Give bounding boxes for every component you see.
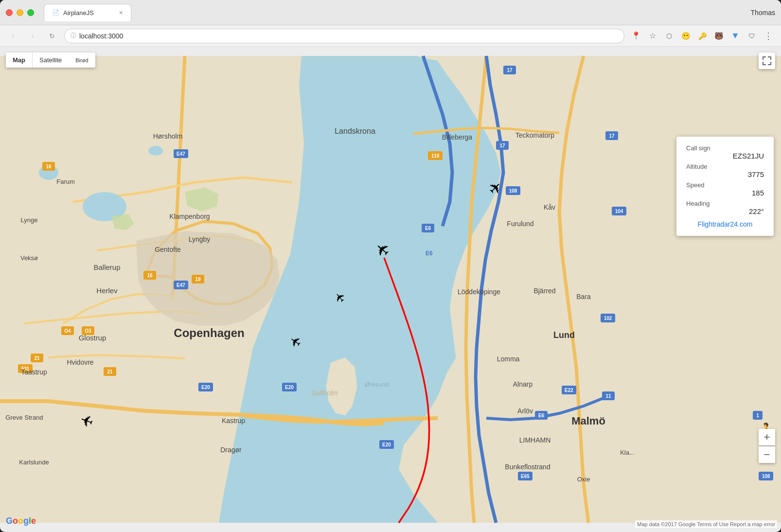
map-type-map-button[interactable]: Map xyxy=(6,53,32,68)
svg-text:Bunkeflostrand: Bunkeflostrand xyxy=(505,463,550,471)
svg-text:Klampenborg: Klampenborg xyxy=(169,213,210,220)
zoom-out-button[interactable]: − xyxy=(759,446,775,463)
nav-actions: 📍 ☆ ⬡ 😶 🔑 🐻 ▼ 🛡 ⋮ xyxy=(629,29,775,43)
svg-text:Karlslunde: Karlslunde xyxy=(19,459,49,466)
tab-close-button[interactable]: × xyxy=(119,9,123,17)
svg-text:Ballerup: Ballerup xyxy=(93,263,120,271)
traffic-lights xyxy=(6,9,34,16)
svg-text:O4: O4 xyxy=(64,328,71,334)
svg-text:E6: E6 xyxy=(425,226,431,231)
google-g: G xyxy=(6,516,13,526)
emoji-icon[interactable]: 😶 xyxy=(679,29,692,43)
svg-text:Bjärred: Bjärred xyxy=(533,287,555,295)
password-icon[interactable]: 🔑 xyxy=(695,29,709,43)
reload-button[interactable]: ↻ xyxy=(45,29,59,43)
bookmark-icon[interactable]: ☆ xyxy=(646,29,659,43)
svg-text:108: 108 xyxy=(762,474,770,479)
google-logo: Google xyxy=(6,516,36,526)
back-icon: ‹ xyxy=(12,32,14,40)
url-text: localhost:3000 xyxy=(79,32,618,40)
tab-icon: 📄 xyxy=(52,9,59,16)
svg-text:E65: E65 xyxy=(521,474,530,479)
new-tab-button[interactable] xyxy=(133,6,149,21)
call-sign-label: Call sign xyxy=(686,144,764,152)
svg-text:E20: E20 xyxy=(201,385,210,390)
svg-text:E47: E47 xyxy=(177,283,185,288)
svg-point-3 xyxy=(148,146,163,156)
fullscreen-button[interactable] xyxy=(759,53,775,69)
forward-button[interactable]: › xyxy=(25,29,40,43)
location-icon[interactable]: 📍 xyxy=(629,29,643,43)
menu-icon[interactable]: ⋮ xyxy=(762,29,775,43)
svg-text:Farum: Farum xyxy=(56,178,75,185)
address-bar[interactable]: ⓘ localhost:3000 xyxy=(64,29,624,43)
speed-row: Speed 185 xyxy=(686,181,764,197)
svg-text:Alnarp: Alnarp xyxy=(513,380,533,388)
map-container[interactable]: E47 16 16 19 E47 17 17 104 108 xyxy=(0,47,781,532)
cast-icon[interactable]: ⬡ xyxy=(662,29,676,43)
browser-window: 📄 AirplaneJS × Thomas ‹ › ↻ ⓘ localhost:… xyxy=(0,0,781,532)
svg-text:Löddeköpinge: Löddeköpinge xyxy=(458,288,500,296)
svg-text:Hørsholm: Hørsholm xyxy=(153,132,183,140)
svg-text:110: 110 xyxy=(431,153,440,159)
svg-text:104: 104 xyxy=(615,209,623,214)
svg-text:16: 16 xyxy=(46,164,52,169)
svg-text:11: 11 xyxy=(605,393,611,399)
svg-text:108: 108 xyxy=(509,188,517,194)
svg-text:Billeberga: Billeberga xyxy=(442,133,472,141)
maximize-window-button[interactable] xyxy=(27,9,34,16)
vpn-icon[interactable]: ▼ xyxy=(728,29,742,43)
svg-text:Kastrup: Kastrup xyxy=(222,417,245,425)
svg-text:Greve Strand: Greve Strand xyxy=(5,414,43,421)
svg-text:E20: E20 xyxy=(382,442,391,447)
map-svg: E47 16 16 19 E47 17 17 104 108 xyxy=(0,47,781,532)
svg-text:21: 21 xyxy=(34,355,40,361)
flight-info-popup: Call sign EZS21JU Altitude 3775 Speed 18… xyxy=(676,137,774,236)
svg-text:Øresund: Øresund xyxy=(364,381,390,388)
minimize-window-button[interactable] xyxy=(17,9,23,16)
heading-label: Heading xyxy=(686,200,764,207)
svg-text:E6: E6 xyxy=(538,413,545,418)
nav-bar: ‹ › ↻ ⓘ localhost:3000 📍 ☆ ⬡ 😶 🔑 🐻 ▼ 🛡 ⋮ xyxy=(0,25,781,47)
svg-text:Oxie: Oxie xyxy=(577,476,590,483)
svg-text:Malmö: Malmö xyxy=(571,415,605,427)
reload-icon: ↻ xyxy=(49,32,55,40)
svg-text:LIMHAMN: LIMHAMN xyxy=(519,436,551,444)
svg-text:Veksø: Veksø xyxy=(20,254,38,262)
google-g2: g xyxy=(23,516,29,526)
svg-text:Lomma: Lomma xyxy=(497,355,520,363)
google-o1: o xyxy=(13,516,18,526)
shield-icon[interactable]: 🛡 xyxy=(745,29,759,43)
svg-text:Bara: Bara xyxy=(576,293,591,301)
svg-text:E22: E22 xyxy=(565,388,573,393)
map-type-terrain-button[interactable]: Birød xyxy=(69,53,95,68)
flightradar-link[interactable]: Flightradar24.com xyxy=(686,220,764,228)
heading-row: Heading 222° xyxy=(686,200,764,215)
altitude-row: Altitude 3775 xyxy=(686,163,764,178)
svg-text:1: 1 xyxy=(756,413,759,418)
active-tab[interactable]: 📄 AirplaneJS × xyxy=(44,4,131,21)
svg-text:Glostrup: Glostrup xyxy=(79,334,106,342)
svg-text:17: 17 xyxy=(499,143,505,148)
svg-text:E20: E20 xyxy=(285,385,294,390)
heading-value: 222° xyxy=(686,207,764,215)
svg-text:Furulund: Furulund xyxy=(507,220,533,228)
map-type-satellite-button[interactable]: Satellite xyxy=(33,53,69,68)
close-window-button[interactable] xyxy=(6,9,13,16)
zoom-in-button[interactable]: + xyxy=(759,429,775,445)
altitude-label: Altitude xyxy=(686,163,764,170)
back-button[interactable]: ‹ xyxy=(6,29,20,43)
svg-text:Lynge: Lynge xyxy=(21,216,38,224)
svg-text:17: 17 xyxy=(609,133,615,139)
svg-text:Gentofte: Gentofte xyxy=(155,246,181,253)
zoom-controls: + − xyxy=(759,429,775,464)
svg-text:Arlöv: Arlöv xyxy=(517,407,533,415)
svg-text:Dragør: Dragør xyxy=(220,446,242,454)
google-e: e xyxy=(31,516,36,526)
extension-icon[interactable]: 🐻 xyxy=(712,29,726,43)
user-name: Thomas xyxy=(750,9,775,17)
google-o2: o xyxy=(18,516,23,526)
call-sign-value: EZS21JU xyxy=(686,152,764,160)
svg-text:O3: O3 xyxy=(85,328,91,334)
svg-text:Kla...: Kla... xyxy=(620,449,635,456)
